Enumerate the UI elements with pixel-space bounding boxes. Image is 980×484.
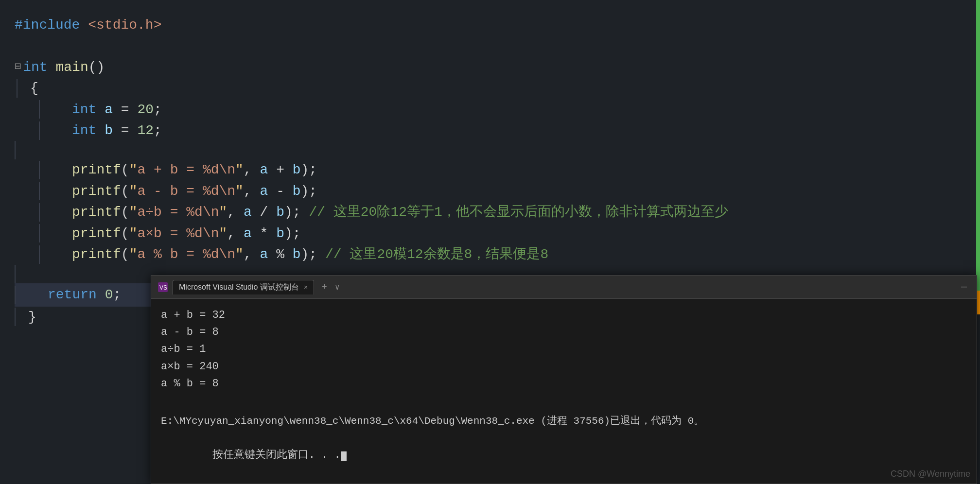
indent-marker-p2: [39, 182, 43, 200]
int-keyword-b: int: [72, 120, 96, 141]
printf5-mod: %: [268, 244, 292, 265]
include-space: [80, 15, 88, 35]
printf4-quote2: ": [219, 223, 227, 244]
printf2-comma: ,: [244, 181, 260, 202]
fold-icon[interactable]: ⊟: [15, 59, 21, 75]
main-parens: (): [88, 57, 105, 78]
printf2-line: printf ( " a - b = %d\n " , a - b );: [15, 181, 965, 202]
return-val: 0: [105, 284, 113, 305]
printf2-str: a - b = %d\n: [137, 181, 235, 202]
int-keyword: int: [23, 57, 47, 78]
output-line-3: a÷b = 1: [161, 341, 967, 358]
output-line-2: a - b = 8: [161, 324, 967, 341]
printf3-div: /: [252, 202, 276, 223]
output-line-4: a×b = 240: [161, 358, 967, 375]
blank-terminal-line: [161, 392, 967, 409]
printf4-mul: *: [252, 223, 276, 244]
open-brace: {: [30, 78, 38, 99]
printf1-quote2: ": [235, 159, 244, 180]
printf2-b: b: [293, 181, 301, 202]
indent-marker-close: [15, 308, 18, 326]
printf5-fn: printf: [72, 244, 121, 265]
space-ret: [97, 284, 105, 305]
indent-marker-p1: [39, 161, 43, 179]
printf2-a: a: [260, 181, 268, 202]
printf3-quote2: ": [219, 202, 227, 223]
printf4-close: );: [284, 223, 301, 244]
terminal-window: VS Microsoft Visual Studio 调试控制台 × + ∨ —…: [151, 275, 977, 484]
output-line-5: a % b = 8: [161, 375, 967, 392]
terminal-new-tab-btn[interactable]: +: [318, 282, 331, 292]
cursor-blink: [341, 451, 347, 461]
indent-marker-ret: [15, 286, 18, 304]
printf1-str: a + b = %d\n: [137, 159, 235, 180]
indent-marker-p4: [39, 224, 43, 242]
printf1-open: (: [121, 159, 129, 180]
indent-marker-b: [39, 121, 43, 140]
exit-path-line: E:\MYcyuyan_xianyong\wenn38_c\Wenn38_c\x…: [161, 413, 967, 430]
printf5-b: b: [293, 244, 301, 265]
printf3-line: printf ( " a÷b = %d\n " , a / b ); // 这里…: [15, 202, 965, 223]
printf4-open: (: [121, 223, 129, 244]
eq-a: =: [113, 99, 137, 120]
printf1-a: a: [260, 159, 268, 180]
open-brace-line: {: [15, 78, 965, 99]
printf4-a: a: [244, 223, 252, 244]
printf2-quote2: ": [235, 181, 244, 202]
printf5-quote1: ": [129, 244, 138, 265]
main-function: main: [55, 57, 88, 78]
printf3-fn: printf: [72, 202, 121, 223]
vs-icon: VS: [157, 281, 169, 293]
val-20: 20: [137, 99, 154, 120]
printf4-str: a×b = %d\n: [137, 223, 219, 244]
var-a: a: [105, 99, 113, 120]
printf3-b: b: [276, 202, 284, 223]
main-signature-line: ⊟ int main (): [15, 57, 965, 78]
semi-b: ;: [154, 120, 162, 141]
scroll-indicator-green: [976, 0, 980, 291]
svg-text:VS: VS: [159, 284, 167, 291]
terminal-titlebar: VS Microsoft Visual Studio 调试控制台 × + ∨ —: [151, 276, 977, 299]
printf4-line: printf ( " a×b = %d\n " , a * b );: [15, 223, 965, 244]
printf2-quote1: ": [129, 181, 138, 202]
terminal-dropdown-btn[interactable]: ∨: [335, 282, 340, 292]
printf1-b: b: [293, 159, 301, 180]
indent-marker-blank2: [15, 265, 18, 283]
int-keyword-a: int: [72, 99, 96, 120]
printf5-comment: // 这里20模12余数是8，结果便是8: [325, 244, 548, 265]
printf2-fn: printf: [72, 181, 121, 202]
blank-line-2: [15, 141, 965, 159]
indent-marker-a: [39, 100, 43, 119]
include-header: <stdio.h>: [88, 15, 161, 35]
printf5-close: );: [301, 244, 325, 265]
printf4-quote1: ": [129, 223, 138, 244]
terminal-close-btn[interactable]: ×: [304, 283, 308, 291]
blank-line-1: [15, 35, 965, 56]
terminal-tab[interactable]: Microsoft Visual Studio 调试控制台 ×: [173, 280, 314, 294]
printf1-quote1: ": [129, 159, 138, 180]
terminal-minimize-btn[interactable]: —: [957, 281, 971, 293]
indent-marker-blank: [15, 141, 18, 159]
return-keyword: return: [48, 284, 97, 305]
printf3-close: );: [284, 202, 309, 223]
include-line: #include <stdio.h>: [15, 15, 965, 35]
indent-marker: [17, 79, 20, 98]
printf4-fn: printf: [72, 223, 121, 244]
semi-ret: ;: [113, 284, 121, 305]
var-b-line: int b = 12 ;: [15, 120, 965, 141]
press-any-key-text: 按任意键关闭此窗口. . .: [212, 449, 341, 461]
printf3-quote1: ": [129, 202, 138, 223]
code-editor: #include <stdio.h> ⊟ int main () { int a: [0, 0, 980, 484]
printf2-close: );: [301, 181, 317, 202]
printf5-comma: ,: [244, 244, 260, 265]
eq-b: =: [113, 120, 137, 141]
printf5-a: a: [260, 244, 268, 265]
val-12: 12: [137, 120, 154, 141]
printf3-str: a÷b = %d\n: [137, 202, 219, 223]
close-brace: }: [28, 307, 36, 328]
printf1-fn: printf: [72, 159, 121, 180]
printf4-comma: ,: [227, 223, 244, 244]
printf1-line: printf ( " a + b = %d\n " , a + b );: [15, 159, 965, 180]
printf4-b: b: [276, 223, 284, 244]
printf1-plus: +: [268, 159, 292, 180]
